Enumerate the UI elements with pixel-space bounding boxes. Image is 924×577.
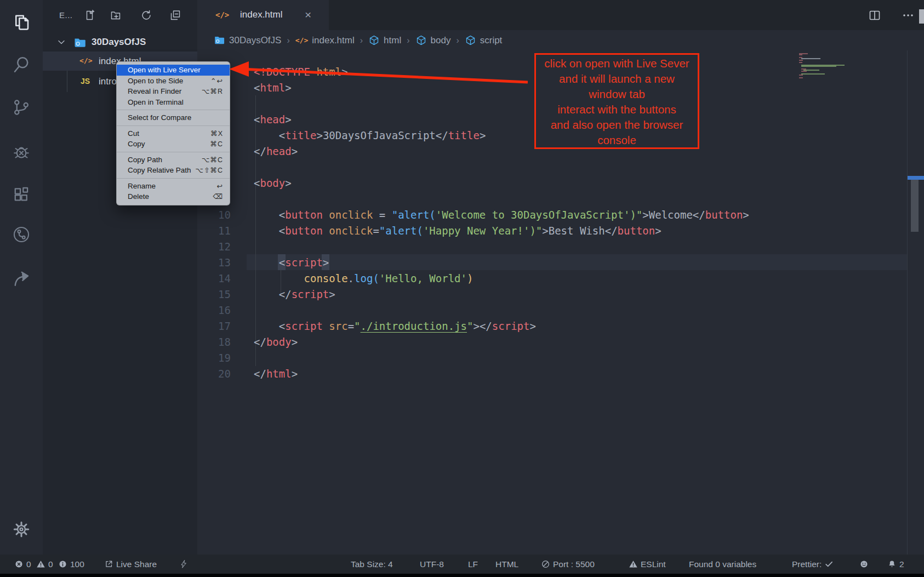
status-found-variables[interactable]: Found 0 variables [689,555,756,574]
status-tab-size[interactable]: Tab Size: 4 [351,555,393,574]
status-label: ESLint [641,559,666,569]
gear-icon [12,519,31,539]
status-label: Found 0 variables [689,559,756,569]
menu-separator [117,176,230,181]
menu-item-cut[interactable]: Cut⌘X [117,128,230,139]
line-number: 14 [197,271,231,287]
menu-item-rename[interactable]: Rename↩ [117,181,230,192]
tab-label: index.html [240,9,282,20]
status-encoding[interactable]: UTF-8 [420,555,444,574]
new-file-button[interactable] [83,9,96,22]
breadcrumb-item-body[interactable]: body [415,35,451,46]
split-editor-icon[interactable] [868,9,881,22]
status-live-share[interactable]: Live Share [104,555,157,574]
menu-item-copy-relative-path[interactable]: Copy Relative Path⌥⇧⌘C [117,165,230,176]
code-line-19[interactable]: 19 [197,350,924,366]
menu-item-copy[interactable]: Copy⌘C [117,139,230,150]
code-line-15[interactable]: 15 </script> [197,287,924,302]
breadcrumb: 30DaysOfJS›</>index.html›html›body›scrip… [214,30,502,50]
collapse-all-button[interactable] [169,9,182,22]
activity-item-search[interactable] [12,55,31,75]
status-infos[interactable]: 100 [58,555,84,574]
breadcrumb-label: 30DaysOfJS [229,35,281,46]
status-feedback-smiley[interactable] [859,555,869,574]
activity-item-extensions[interactable] [12,185,31,205]
close-icon[interactable]: × [305,8,311,22]
status-label: Live Share [116,559,157,569]
activity-item-gitlens[interactable] [12,225,31,244]
extensions-icon [12,185,31,205]
code-line-7[interactable]: 7 [197,159,924,175]
files-icon [12,12,31,32]
slash-circle-icon [541,559,550,569]
menu-item-delete[interactable]: Delete⌫ [117,191,230,202]
menu-item-label: Copy Path [128,156,162,164]
more-actions-icon[interactable] [902,9,915,22]
vscode-window: E... 30DaysOfJS</>index.htmlJSintroducti… [0,0,924,577]
activity-item-explorer[interactable] [12,12,31,32]
code-line-12[interactable]: 12 [197,239,924,255]
code-line-11[interactable]: 11 <button onclick="alert('Happy New Yea… [197,223,924,239]
activity-item-run-debug[interactable] [12,142,31,162]
check-icon [824,559,834,569]
annotation-text-line: console [536,133,698,148]
line-number: 18 [197,334,231,350]
status-language-mode[interactable]: HTML [495,555,518,574]
status-eslint[interactable]: ESLint [629,555,666,574]
refresh-button[interactable] [140,9,153,22]
menu-item-open-with-live-server[interactable]: Open with Live Server [117,65,230,76]
breadcrumb-separator: › [286,36,290,45]
menu-item-copy-path[interactable]: Copy Path⌥⌘C [117,155,230,165]
breadcrumb-item-script[interactable]: script [465,35,503,46]
chevron-down-icon [56,37,67,48]
menu-item-shortcut: ⌥⇧⌘C [196,166,223,174]
menu-item-shortcut: ⌃↩ [210,77,223,85]
code-line-10[interactable]: 10 <button onclick = "alert('Welcome to … [197,207,924,223]
status-live-server-port[interactable]: Port : 5500 [541,555,595,574]
status-warnings[interactable]: 0 [36,555,53,574]
annotation-text-line: click on open with Live Sever [536,56,698,71]
code-line-8[interactable]: 8<body> [197,175,924,191]
status-prettier[interactable]: Prettier: [792,555,834,574]
minimap-line [799,77,803,78]
code-line-13[interactable]: 13 <script> [197,255,924,271]
scrollbar-thumb[interactable] [911,180,919,232]
new-file-icon [83,9,96,22]
overview-ruler-border [907,50,908,555]
breadcrumb-item-30DaysOfJS[interactable]: 30DaysOfJS [214,35,281,46]
activity-item-live-share[interactable] [12,268,31,288]
breadcrumb-separator: › [455,36,459,45]
menu-item-label: Select for Compare [128,113,191,122]
menu-item-select-for-compare[interactable]: Select for Compare [117,112,230,123]
tree-item-root-folder[interactable]: 30DaysOfJS [43,32,197,52]
html-code-icon: </> [295,36,308,44]
menu-item-open-to-the-side[interactable]: Open to the Side⌃↩ [117,76,230,87]
tab-index-html[interactable]: </> index.html × [197,0,329,30]
collapse-all-icon [169,9,182,22]
status-label: 0 [26,559,31,569]
annotation-text-line: and also open the browser [536,117,698,133]
line-content: </script> [254,287,335,302]
code-line-14[interactable]: 14 console.log('Hello, World') [197,271,924,287]
code-line-20[interactable]: 20</html> [197,366,924,382]
menu-item-reveal-in-finder[interactable]: Reveal in Finder⌥⌘R [117,86,230,97]
status-notifications[interactable]: 2 [887,555,904,574]
status-eol[interactable]: LF [468,555,478,574]
minimap-line [801,73,825,75]
minimap[interactable] [799,53,854,81]
code-line-18[interactable]: 18</body> [197,334,924,350]
annotation-box: click on open with Live Severand it will… [534,53,699,149]
code-line-16[interactable]: 16 [197,302,924,318]
code-line-9[interactable]: 9 [197,191,924,207]
breadcrumb-item-html[interactable]: html [368,35,401,46]
breadcrumb-item-index-html[interactable]: </>index.html [295,35,355,46]
status-bolt[interactable] [179,555,189,574]
menu-item-open-in-terminal[interactable]: Open in Terminal [117,97,230,108]
line-number: 12 [197,239,231,255]
new-folder-button[interactable] [110,9,123,22]
activity-item-source-control[interactable] [12,98,31,117]
code-line-17[interactable]: 17 <script src="./introduction.js"></scr… [197,318,924,334]
line-content: <button onclick = "alert('Welcome to 30D… [254,207,749,223]
activity-item-settings[interactable] [12,519,31,539]
status-errors[interactable]: 0 [14,555,31,574]
